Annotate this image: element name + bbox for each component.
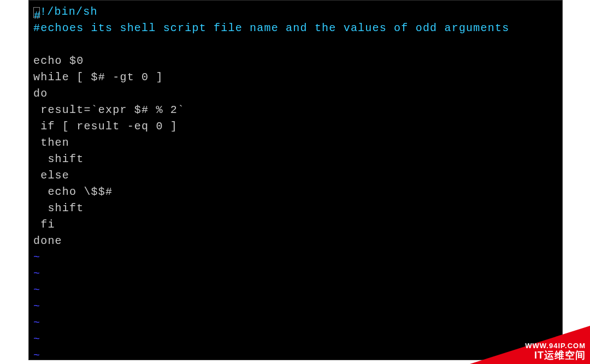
terminal-line-3: echo $0 — [33, 53, 558, 69]
watermark-title: IT运维空间 — [534, 349, 586, 362]
terminal-line-4: while [ $# -gt 0 ] — [33, 69, 558, 86]
terminal-line-0: #!/bin/sh — [33, 4, 558, 20]
terminal-line-2 — [33, 37, 558, 53]
terminal-line-18: ~ — [33, 299, 558, 315]
terminal-line-9: shift — [33, 151, 558, 168]
terminal-line-5: do — [33, 86, 558, 102]
cursor: # — [33, 7, 40, 18]
terminal-line-12: shift — [33, 200, 558, 217]
terminal-line-6: result=`expr $# % 2` — [33, 102, 558, 118]
terminal-content[interactable]: #!/bin/sh#echoes its shell script file n… — [33, 4, 558, 360]
terminal-line-1: #echoes its shell script file name and t… — [33, 20, 558, 37]
terminal-line-10: else — [33, 168, 558, 184]
terminal-window[interactable]: #!/bin/sh#echoes its shell script file n… — [28, 0, 563, 360]
terminal-line-14: done — [33, 233, 558, 249]
terminal-line-16: ~ — [33, 266, 558, 282]
terminal-line-15: ~ — [33, 249, 558, 266]
terminal-text: !/bin/sh — [40, 5, 98, 18]
terminal-line-13: fi — [33, 217, 558, 233]
terminal-line-8: then — [33, 135, 558, 151]
terminal-line-17: ~ — [33, 282, 558, 299]
terminal-line-11: echo \$$# — [33, 184, 558, 200]
terminal-line-7: if [ result -eq 0 ] — [33, 118, 558, 135]
